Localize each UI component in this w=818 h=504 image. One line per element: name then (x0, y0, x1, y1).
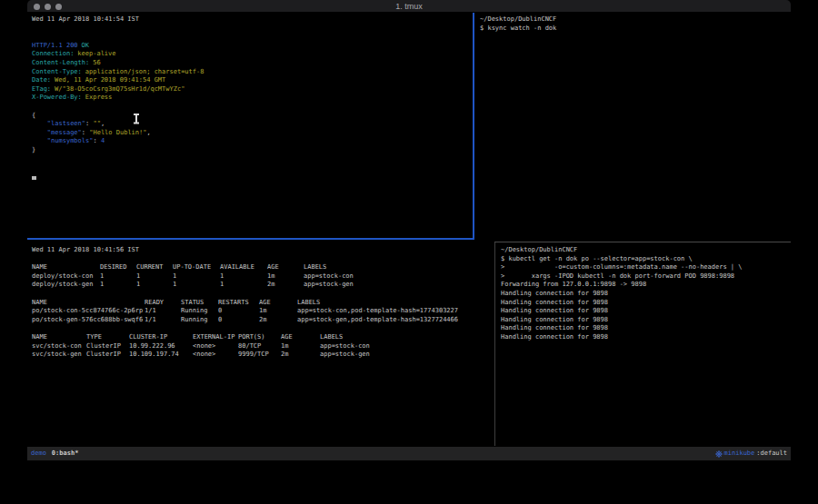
pane-port-forward[interactable]: ~/Desktop/DublinCNCF $ kubectl get -n do… (497, 243, 791, 447)
service-row: svc/stock-genClusterIP10.109.197.74<none… (32, 351, 494, 360)
kube-context: minikube (724, 447, 755, 460)
json-entry: "message": "Hello Dublin!", (32, 129, 473, 138)
session-name: demo (31, 447, 46, 460)
connection-log: Handling connection for 9898 (501, 333, 791, 342)
cwd: ~/Desktop/DublinCNCF (501, 246, 791, 255)
command-line: > -o=custom-columns=:metadata.name --no-… (501, 263, 791, 272)
pane-border-horizontal[interactable] (494, 242, 791, 242)
connection-log: Handling connection for 9898 (501, 316, 791, 325)
title-bar[interactable]: 1. tmux (27, 0, 791, 13)
pane-ksync[interactable]: ~/Desktop/DublinCNCF $ ksync watch -n do… (476, 13, 791, 238)
http-header: ETag:W/"38-O5coCsrg3mQ75sHr1d/qcMTwYZc" (32, 85, 473, 94)
status-left: demo 0:bash* (31, 447, 78, 460)
pod-row: po/stock-gen-576cc688bb-swqf61/1Running0… (32, 316, 494, 325)
pane-border-vertical[interactable] (494, 242, 495, 446)
pane-border-horizontal-active[interactable] (27, 238, 474, 240)
command-line: $ kubectl get -n dok po --selector=app=s… (501, 255, 791, 264)
kubernetes-helm-icon (715, 450, 723, 458)
command: $ ksync watch -n dok (480, 25, 791, 34)
kube-namespace: :default (756, 447, 787, 460)
http-header: X-Powered-By:Express (32, 94, 473, 103)
connection-log: Handling connection for 9898 (501, 307, 791, 316)
status-right: minikube :default (715, 447, 787, 460)
services-header-row: NAMETYPECLUSTER-IPEXTERNAL-IPPORT(S)AGEL… (32, 333, 494, 342)
pane-kubectl-get[interactable]: Wed 11 Apr 2018 10:41:56 IST NAMEDESIRED… (27, 243, 494, 447)
http-version: HTTP/1.1 200 (32, 42, 78, 51)
mouse-ibeam-cursor (133, 114, 139, 124)
json-open-brace: { (32, 112, 473, 121)
http-reason: OK (82, 42, 89, 51)
connection-log: Handling connection for 9898 (501, 290, 791, 299)
service-row: svc/stock-conClusterIP10.99.222.96<none>… (32, 342, 494, 351)
cwd: ~/Desktop/DublinCNCF (480, 15, 791, 25)
http-header: Connection:keep-alive (32, 50, 473, 59)
command-line: > xargs -IPOD kubectl -n dok port-forwar… (501, 272, 791, 282)
json-close-brace: } (32, 146, 473, 155)
pod-row: po/stock-con-5cc874766c-2p6rp1/1Running0… (32, 307, 494, 316)
forwarding-status: Forwarding from 127.0.0.1:9898 -> 9898 (501, 281, 791, 290)
http-header: Content-Type:application/json; charset=u… (32, 68, 473, 77)
pods-header-row: NAMEREADYSTATUSRESTARTSAGELABELS (32, 299, 494, 308)
http-header: Content-Length:56 (32, 59, 473, 68)
terminal-window: 1. tmux Wed 11 Apr 2018 10:41:54 IST HTT… (27, 0, 791, 463)
http-status-line: HTTP/1.1 200 OK (32, 42, 473, 51)
window-title: 1. tmux (27, 2, 791, 11)
json-entry: "lastseen": "", (32, 120, 473, 129)
deployments-header-row: NAMEDESIREDCURRENTUP-TO-DATEAVAILABLEAGE… (32, 263, 494, 272)
tmux-status-bar: demo 0:bash* minikube :default (27, 447, 791, 460)
pane-http-watch[interactable]: Wed 11 Apr 2018 10:41:54 IST HTTP/1.1 20… (27, 13, 473, 238)
connection-log: Handling connection for 9898 (501, 299, 791, 308)
connection-log: Handling connection for 9898 (501, 324, 791, 333)
http-header: Date:Wed, 11 Apr 2018 09:41:54 GMT (32, 76, 473, 85)
window-tab-bash[interactable]: 0:bash* (52, 447, 79, 460)
deployment-row: deploy/stock-gen11112mapp=stock-gen (32, 281, 494, 290)
json-entry: "numsymbols": 4 (32, 137, 473, 146)
pane-border-vertical-active[interactable] (473, 13, 474, 240)
timestamp: Wed 11 Apr 2018 10:41:54 IST (32, 15, 473, 25)
terminal-cursor-line (32, 173, 473, 182)
deployment-row: deploy/stock-con11111mapp=stock-con (32, 272, 494, 282)
terminal-cursor (32, 176, 36, 180)
timestamp: Wed 11 Apr 2018 10:41:56 IST (32, 246, 494, 255)
